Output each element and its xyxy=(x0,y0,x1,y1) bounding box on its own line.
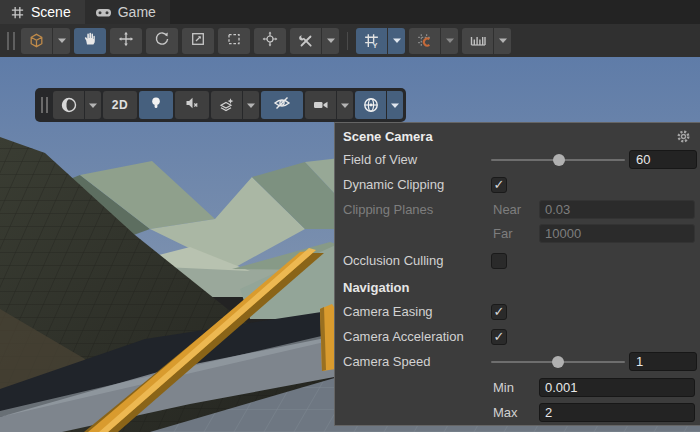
tab-scene[interactable]: Scene xyxy=(0,0,85,24)
navigation-header: Navigation xyxy=(343,277,409,299)
dynamic-clipping-row: Dynamic Clipping xyxy=(335,174,700,196)
grid-snapping-button[interactable] xyxy=(409,28,458,54)
gizmo-sphere-icon xyxy=(355,91,386,119)
occlusion-culling-label: Occlusion Culling xyxy=(343,250,443,272)
rotate-icon xyxy=(154,31,170,51)
far-field[interactable]: 10000 xyxy=(539,224,695,243)
navigation-header-row: Navigation xyxy=(335,277,700,299)
light-bulb-icon xyxy=(148,95,164,115)
hand-tool-button[interactable] xyxy=(74,28,106,54)
chevron-down-icon[interactable] xyxy=(243,91,259,119)
overlay-drag-handle[interactable] xyxy=(41,97,48,113)
occlusion-culling-row: Occlusion Culling xyxy=(335,250,700,272)
transform-tool-button[interactable] xyxy=(254,28,286,54)
chevron-down-icon[interactable] xyxy=(53,28,70,54)
rect-tool-icon xyxy=(226,31,242,51)
chevron-down-icon[interactable] xyxy=(322,28,339,54)
camera-speed-max-row: Max 2 xyxy=(335,402,700,424)
chevron-down-icon[interactable] xyxy=(494,28,511,54)
camera-speed-value-field[interactable]: 1 xyxy=(629,352,697,371)
wrench-icon xyxy=(290,28,321,54)
camera-acceleration-row: Camera Acceleration xyxy=(335,326,700,348)
tab-scene-label: Scene xyxy=(31,4,71,20)
clipping-planes-far-row: Far 10000 xyxy=(335,223,700,245)
popup-title: Scene Camera xyxy=(343,129,433,144)
video-camera-icon xyxy=(305,91,336,119)
camera-speed-min-row: Min 0.001 xyxy=(335,377,700,399)
scale-icon xyxy=(190,31,206,51)
dynamic-clipping-checkbox[interactable] xyxy=(491,177,507,193)
rotate-tool-button[interactable] xyxy=(146,28,178,54)
field-of-view-row: Field of View 60 xyxy=(335,149,700,171)
rect-tool-button[interactable] xyxy=(218,28,250,54)
svg-text:Y: Y xyxy=(373,41,378,49)
slider-thumb[interactable] xyxy=(552,356,564,368)
gear-icon[interactable] xyxy=(676,129,691,147)
scene-camera-button[interactable] xyxy=(305,91,353,119)
clipping-planes-near-row: Clipping Planes Near 0.03 xyxy=(335,199,700,221)
eye-slash-icon xyxy=(272,95,292,115)
chevron-down-icon[interactable] xyxy=(441,28,458,54)
audio-muted-icon xyxy=(184,95,200,115)
shaded-sphere-icon xyxy=(53,91,84,119)
scene-overlay-toolbar: 2D xyxy=(35,88,406,122)
snap-magnet-icon xyxy=(409,28,440,54)
tool-settings-button[interactable] xyxy=(21,28,70,54)
transform-icon xyxy=(262,31,278,51)
camera-speed-label: Camera Speed xyxy=(343,351,430,373)
scene-toolbar: Y xyxy=(0,24,700,57)
camera-speed-slider[interactable] xyxy=(491,351,625,373)
camera-acceleration-checkbox[interactable] xyxy=(491,329,507,345)
audio-mute-button[interactable] xyxy=(175,91,209,119)
pivot-cube-icon xyxy=(21,28,52,54)
tab-game-label: Game xyxy=(118,4,156,20)
snap-increment-button[interactable] xyxy=(462,28,511,54)
slider-thumb[interactable] xyxy=(553,154,565,166)
chevron-down-icon[interactable] xyxy=(337,91,353,119)
max-label: Max xyxy=(493,402,518,424)
scene-camera-popup: Scene Camera Field of View 60 Dynamic Cl… xyxy=(334,122,700,426)
layers-sparkle-icon xyxy=(211,91,242,119)
tab-bar: Scene Game xyxy=(0,0,700,24)
toolbar-drag-handle[interactable] xyxy=(7,32,15,50)
grid-axis-icon: Y xyxy=(356,28,387,54)
draw-mode-button[interactable] xyxy=(53,91,101,119)
gamepad-icon xyxy=(95,5,112,20)
scene-viewport[interactable]: 2D xyxy=(0,57,700,432)
far-label: Far xyxy=(493,223,513,245)
move-icon xyxy=(118,31,134,51)
clipping-planes-label: Clipping Planes xyxy=(343,199,433,221)
grid-visibility-button[interactable]: Y xyxy=(356,28,405,54)
ruler-ticks-icon xyxy=(462,28,493,54)
unity-scene-view-window: Scene Game xyxy=(0,0,700,432)
toolbar-separator xyxy=(347,32,348,50)
scene-lighting-button[interactable] xyxy=(139,91,173,119)
chevron-down-icon[interactable] xyxy=(387,91,403,119)
custom-tools-button[interactable] xyxy=(290,28,339,54)
scene-grid-icon xyxy=(10,5,25,20)
gizmos-button[interactable] xyxy=(355,91,403,119)
camera-easing-row: Camera Easing xyxy=(335,301,700,323)
camera-easing-checkbox[interactable] xyxy=(491,304,507,320)
occlusion-culling-checkbox[interactable] xyxy=(491,253,507,269)
scale-tool-button[interactable] xyxy=(182,28,214,54)
min-label: Min xyxy=(493,377,514,399)
near-field[interactable]: 0.03 xyxy=(539,200,695,219)
field-of-view-slider[interactable] xyxy=(491,149,625,171)
scene-visibility-button[interactable] xyxy=(261,91,303,119)
effects-button[interactable] xyxy=(211,91,259,119)
camera-acceleration-label: Camera Acceleration xyxy=(343,326,464,348)
tab-game[interactable]: Game xyxy=(85,0,170,24)
chevron-down-icon[interactable] xyxy=(85,91,101,119)
max-field[interactable]: 2 xyxy=(539,403,695,422)
field-of-view-label: Field of View xyxy=(343,149,417,171)
2d-label: 2D xyxy=(112,98,128,112)
2d-view-button[interactable]: 2D xyxy=(103,91,137,119)
hand-icon xyxy=(82,31,98,51)
field-of-view-value-field[interactable]: 60 xyxy=(629,150,697,169)
camera-speed-row: Camera Speed 1 xyxy=(335,351,700,373)
min-field[interactable]: 0.001 xyxy=(539,378,695,397)
near-label: Near xyxy=(493,199,521,221)
chevron-down-icon[interactable] xyxy=(388,28,405,54)
move-tool-button[interactable] xyxy=(110,28,142,54)
